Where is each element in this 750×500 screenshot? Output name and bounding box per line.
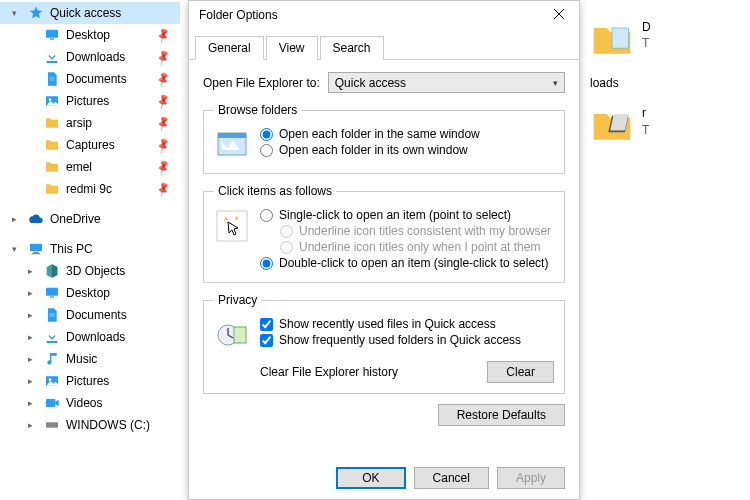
folder-options-dialog: Folder Options General View Search Open … <box>188 0 580 500</box>
item-meta: T <box>642 36 651 50</box>
tree-label: Pictures <box>66 94 109 108</box>
tree-this-pc[interactable]: ▾ This PC <box>0 238 180 260</box>
radio-label: Underline icon titles only when I point … <box>299 240 540 254</box>
tree-quick-access[interactable]: ▾ Quick access <box>0 2 180 24</box>
tree-item-3dobjects[interactable]: ▸ 3D Objects <box>0 260 180 282</box>
svg-point-4 <box>49 98 52 101</box>
click-items-group: Click items as follows Single-click to o… <box>203 184 565 283</box>
folder-icon <box>44 159 60 175</box>
radio-single-click[interactable]: Single-click to open an item (point to s… <box>260 208 554 222</box>
chevron-down-icon[interactable]: ▾ <box>12 8 22 18</box>
tree-label: Pictures <box>66 374 109 388</box>
radio-double-click[interactable]: Double-click to open an item (single-cli… <box>260 256 554 270</box>
close-icon <box>553 8 565 20</box>
tree-label: redmi 9c <box>66 182 112 196</box>
chevron-right-icon[interactable]: ▸ <box>28 354 38 364</box>
folder-icon <box>44 137 60 153</box>
chevron-right-icon[interactable]: ▸ <box>12 214 22 224</box>
checkbox-input[interactable] <box>260 334 273 347</box>
navigation-tree: ▾ Quick access Desktop 📌 Downloads 📌 Doc… <box>0 0 180 500</box>
pin-icon: 📌 <box>154 92 173 110</box>
svg-rect-0 <box>46 30 58 38</box>
folder-icon <box>590 106 634 144</box>
svg-rect-18 <box>218 133 246 138</box>
radio-own-window[interactable]: Open each folder in its own window <box>260 143 554 157</box>
chevron-right-icon[interactable]: ▸ <box>28 288 38 298</box>
radio-underline-hover: Underline icon titles only when I point … <box>260 240 554 254</box>
tree-label: Quick access <box>50 6 121 20</box>
pin-icon: 📌 <box>154 26 173 44</box>
dialog-titlebar[interactable]: Folder Options <box>189 1 579 29</box>
pictures-icon <box>44 373 60 389</box>
chevron-right-icon[interactable]: ▸ <box>28 398 38 408</box>
desktop-icon <box>44 285 60 301</box>
dialog-title: Folder Options <box>199 8 278 22</box>
chevron-right-icon[interactable]: ▸ <box>28 332 38 342</box>
tree-item-drive-c[interactable]: ▸ WINDOWS (C:) <box>0 414 180 436</box>
tree-item-pc-downloads[interactable]: ▸ Downloads <box>0 326 180 348</box>
tree-item-music[interactable]: ▸ Music <box>0 348 180 370</box>
tab-general[interactable]: General <box>195 36 264 60</box>
tree-item-downloads[interactable]: Downloads 📌 <box>0 46 180 68</box>
chevron-right-icon[interactable]: ▸ <box>28 376 38 386</box>
tree-item-videos[interactable]: ▸ Videos <box>0 392 180 414</box>
cancel-button[interactable]: Cancel <box>414 467 489 489</box>
group-legend: Click items as follows <box>214 184 336 198</box>
tree-item-documents[interactable]: Documents 📌 <box>0 68 180 90</box>
pin-icon: 📌 <box>154 70 173 88</box>
tree-item-captures[interactable]: Captures 📌 <box>0 134 180 156</box>
tree-label: OneDrive <box>50 212 101 226</box>
apply-button[interactable]: Apply <box>497 467 565 489</box>
chevron-down-icon[interactable]: ▾ <box>12 244 22 254</box>
tree-item-redmi9c[interactable]: redmi 9c 📌 <box>0 178 180 200</box>
checkbox-input[interactable] <box>260 318 273 331</box>
tree-item-pc-documents[interactable]: ▸ Documents <box>0 304 180 326</box>
star-icon <box>28 5 44 21</box>
music-icon <box>44 351 60 367</box>
item-name: D <box>642 20 651 34</box>
close-button[interactable] <box>539 2 579 29</box>
ok-button[interactable]: OK <box>336 467 405 489</box>
dropdown-value: Quick access <box>335 76 406 90</box>
tree-item-desktop[interactable]: Desktop 📌 <box>0 24 180 46</box>
svg-rect-2 <box>47 61 58 63</box>
chevron-right-icon[interactable]: ▸ <box>28 310 38 320</box>
svg-rect-16 <box>612 28 629 48</box>
radio-input[interactable] <box>260 257 273 270</box>
tree-item-emel[interactable]: emel 📌 <box>0 156 180 178</box>
radio-input <box>280 241 293 254</box>
radio-underline-browser: Underline icon titles consistent with my… <box>260 224 554 238</box>
svg-rect-7 <box>32 253 40 254</box>
drive-icon <box>44 417 60 433</box>
tree-item-pc-pictures[interactable]: ▸ Pictures <box>0 370 180 392</box>
content-item[interactable]: D T <box>590 20 750 76</box>
video-icon <box>44 395 60 411</box>
radio-input[interactable] <box>260 128 273 141</box>
tab-search[interactable]: Search <box>320 36 384 60</box>
tab-view[interactable]: View <box>266 36 318 60</box>
chevron-right-icon[interactable]: ▸ <box>28 420 38 430</box>
tree-item-pictures[interactable]: Pictures 📌 <box>0 90 180 112</box>
tree-item-pc-desktop[interactable]: ▸ Desktop <box>0 282 180 304</box>
check-frequent-folders[interactable]: Show frequently used folders in Quick ac… <box>260 333 554 347</box>
radio-same-window[interactable]: Open each folder in the same window <box>260 127 554 141</box>
window-icon <box>214 127 250 163</box>
open-to-dropdown[interactable]: Quick access ▾ <box>328 72 565 93</box>
content-item[interactable]: r T <box>590 106 750 162</box>
tree-label: Desktop <box>66 286 110 300</box>
restore-defaults-button[interactable]: Restore Defaults <box>438 404 565 426</box>
radio-input[interactable] <box>260 209 273 222</box>
cursor-click-icon <box>214 208 250 244</box>
tree-onedrive[interactable]: ▸ OneDrive <box>0 208 180 230</box>
tree-label: This PC <box>50 242 93 256</box>
item-meta: T <box>642 123 649 137</box>
svg-rect-21 <box>234 327 246 343</box>
tree-item-arsip[interactable]: arsip 📌 <box>0 112 180 134</box>
check-recent-files[interactable]: Show recently used files in Quick access <box>260 317 554 331</box>
clear-button[interactable]: Clear <box>487 361 554 383</box>
download-icon <box>44 329 60 345</box>
pin-icon: 📌 <box>154 48 173 66</box>
chevron-right-icon[interactable]: ▸ <box>28 266 38 276</box>
radio-input[interactable] <box>260 144 273 157</box>
radio-label: Open each folder in the same window <box>279 127 480 141</box>
